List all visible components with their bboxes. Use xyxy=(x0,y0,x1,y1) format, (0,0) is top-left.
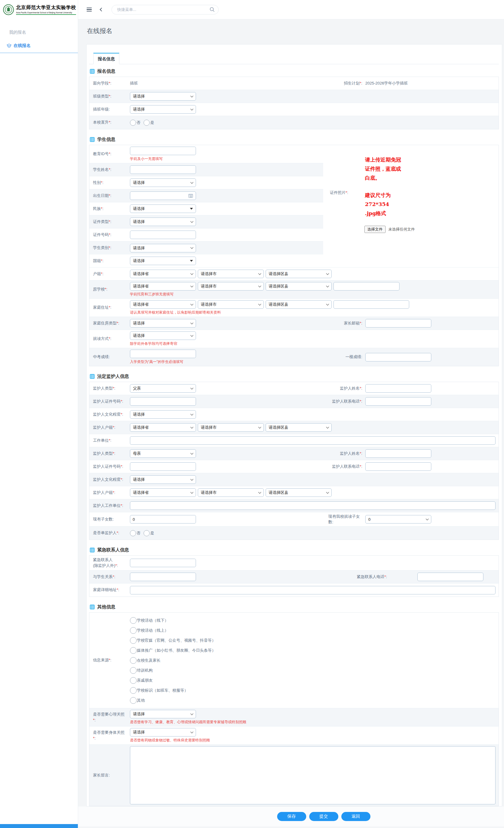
info-source-option-7-radio[interactable] xyxy=(130,687,137,694)
education-id-input[interactable] xyxy=(130,147,196,155)
field-label: 监护人工作单位*: xyxy=(93,503,130,509)
housing-type-select[interactable]: 请选择 xyxy=(130,319,196,328)
guardian1-household-city-select[interactable]: 请选择市 xyxy=(198,423,264,432)
children-count-input[interactable] xyxy=(130,515,196,524)
mock-exam-score-field: 一模成绩: xyxy=(345,353,431,362)
home-address-city-select[interactable]: 请选择市 xyxy=(198,300,264,309)
field-note: 是否曾有学习、健康、教育、心理或情绪问题而需要专家辅导或特别照顾 xyxy=(130,719,496,725)
zhongkao-score-row: 中考成绩:入学类型为“高一”的学生必须填写一模成绩: xyxy=(89,348,499,366)
select-value: 请选择 xyxy=(133,94,145,99)
info-source-option-5-radio[interactable] xyxy=(130,667,137,674)
info-source-option-8-radio[interactable] xyxy=(130,697,137,704)
save-button[interactable]: 保存 xyxy=(277,812,306,821)
info-source-option-3-radio[interactable] xyxy=(130,647,137,654)
mental-care-select[interactable]: 请选择 xyxy=(130,710,196,718)
household-registration-province-select[interactable]: 请选择省 xyxy=(130,270,196,278)
direct-promotion-radio-group: 否是 xyxy=(130,120,155,126)
home-detailed-address-input[interactable] xyxy=(130,586,496,594)
student-name-input[interactable] xyxy=(130,165,196,174)
field-label: 监护人证件号码*: xyxy=(93,399,130,405)
guardian2-household-province-select[interactable]: 请选择省 xyxy=(130,488,196,497)
previous-school-city-select[interactable]: 请选择市 xyxy=(198,282,264,291)
section-header-student: 学生信息 xyxy=(89,137,499,145)
guardian1-name-input[interactable] xyxy=(365,384,431,392)
info-source-option-2-radio[interactable] xyxy=(130,637,137,644)
previous-school-district-select[interactable]: 请选择区县 xyxy=(266,282,332,291)
guardian1-workplace-input[interactable] xyxy=(130,436,496,445)
choose-file-button[interactable]: 选择文件 xyxy=(364,226,386,233)
emergency-contact-input[interactable] xyxy=(130,559,196,567)
label-colon: : xyxy=(361,399,362,404)
select-value: 请选择 xyxy=(133,245,145,251)
id-type-select[interactable]: 请选择 xyxy=(130,217,196,226)
home-address-detail-input[interactable] xyxy=(333,300,409,309)
ethnicity-select[interactable]: 请选择 xyxy=(130,205,196,213)
guardian2-household-district-select[interactable]: 请选择区县 xyxy=(266,488,332,497)
info-source-option-0-radio[interactable] xyxy=(130,617,137,624)
chevron-down-icon xyxy=(258,491,261,494)
children-in-school-count-select[interactable]: 0 xyxy=(365,515,431,524)
guardian1-type-select[interactable]: 父亲 xyxy=(130,384,196,392)
direct-promotion-no-radio[interactable] xyxy=(130,120,136,126)
nationality-row: 国籍*:请选择 xyxy=(89,254,499,267)
label-colon: : xyxy=(118,531,119,535)
parent-message-textarea[interactable] xyxy=(130,746,496,804)
nationality-select[interactable]: 请选择 xyxy=(130,257,196,265)
guardian2-id-number-input[interactable] xyxy=(130,462,196,471)
boarding-type-select[interactable]: 请选择 xyxy=(130,331,196,340)
guardian2-education-select[interactable]: 请选择 xyxy=(130,475,196,484)
home-address-district-select[interactable]: 请选择区县 xyxy=(266,300,332,309)
field-label-text: 与学生关系 xyxy=(93,574,113,579)
field-label-text: 原学校 xyxy=(93,287,105,291)
mock-exam-score-input[interactable] xyxy=(365,353,431,362)
household-registration-city-select[interactable]: 请选择市 xyxy=(198,270,264,278)
previous-school-province-select[interactable]: 请选择省 xyxy=(130,282,196,291)
guardian2-workplace-input[interactable] xyxy=(130,501,496,510)
direct-promotion-yes-radio[interactable] xyxy=(143,120,150,126)
quick-menu-search[interactable] xyxy=(112,5,219,14)
menu-icon[interactable] xyxy=(87,8,92,11)
info-source-option-1-radio[interactable] xyxy=(130,627,137,634)
tab-registration-info[interactable]: 报名信息 xyxy=(93,53,119,64)
guardian1-phone-input[interactable] xyxy=(365,397,431,406)
chevron-down-icon xyxy=(191,334,194,337)
guardian1-household-province-select[interactable]: 请选择省 xyxy=(130,423,196,432)
student-category-select[interactable]: 请选择 xyxy=(130,244,196,252)
guardian1-id-number-input[interactable] xyxy=(130,397,196,406)
student-relation-input[interactable] xyxy=(130,573,196,581)
chevron-down-icon xyxy=(258,425,261,428)
collapse-back-icon[interactable] xyxy=(100,8,103,11)
info-source-option-4-radio[interactable] xyxy=(130,657,137,664)
class-type-select[interactable]: 请选择 xyxy=(130,92,196,100)
select-value: 请选择市 xyxy=(201,302,217,307)
radio-option-label: 学校活动（线下） xyxy=(137,618,168,623)
chevron-down-icon xyxy=(191,491,194,494)
guardian2-household-city-select[interactable]: 请选择市 xyxy=(198,488,264,497)
label-colon: : xyxy=(114,425,115,429)
field-label: 监护人联系电话*: xyxy=(332,464,362,469)
guardian1-education-select[interactable]: 请选择 xyxy=(130,410,196,419)
back-button[interactable]: 返回 xyxy=(341,812,370,821)
id-number-input[interactable] xyxy=(130,231,196,239)
field-label-text: 家庭住房类型 xyxy=(93,321,117,325)
guardian2-name-input[interactable] xyxy=(365,449,431,458)
info-source-option-6-radio[interactable] xyxy=(130,677,137,684)
physical-care-select[interactable]: 请选择 xyxy=(130,728,196,737)
household-registration-district-select[interactable]: 请选择区县 xyxy=(266,270,332,278)
sidebar-item-online-registration[interactable]: 在线报名 xyxy=(7,43,78,48)
guardian2-phone-input[interactable] xyxy=(365,462,431,471)
search-input[interactable] xyxy=(117,7,210,12)
birth-date-input[interactable] xyxy=(130,192,196,200)
guardian1-household-district-select[interactable]: 请选择区县 xyxy=(266,423,332,432)
single-guardian-yes-radio[interactable] xyxy=(143,530,150,536)
parent-email-input[interactable] xyxy=(365,319,431,328)
home-address-province-select[interactable]: 请选择省 xyxy=(130,300,196,309)
emergency-phone-input[interactable] xyxy=(417,573,484,581)
single-guardian-no-radio[interactable] xyxy=(130,530,136,536)
submit-button[interactable]: 提交 xyxy=(309,812,338,821)
gender-select[interactable]: 请选择 xyxy=(130,178,196,187)
guardian2-type-select[interactable]: 母亲 xyxy=(130,449,196,458)
zhongkao-score-input[interactable] xyxy=(130,349,196,358)
previous-school-name-input[interactable] xyxy=(333,282,400,291)
transfer-grade-select[interactable]: 请选择 xyxy=(130,105,196,114)
